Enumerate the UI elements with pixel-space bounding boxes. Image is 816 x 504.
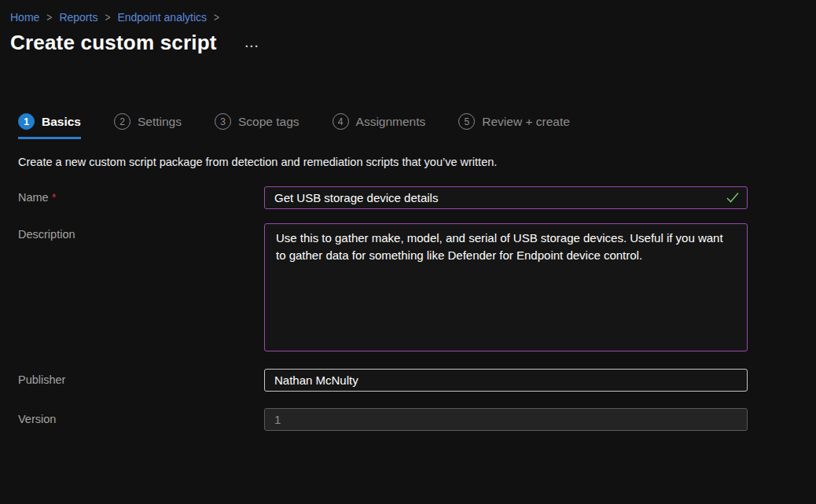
name-input-wrap xyxy=(264,186,748,209)
breadcrumb-separator: > xyxy=(214,10,219,24)
tab-assignments[interactable]: 4 Assignments xyxy=(333,113,426,139)
tab-label: Scope tags xyxy=(238,115,300,129)
tab-label: Basics xyxy=(42,115,81,129)
more-options-icon[interactable]: ... xyxy=(244,34,262,52)
wizard-steps: 1 Basics 2 Settings 3 Scope tags 4 Assig… xyxy=(18,113,816,139)
publisher-input[interactable] xyxy=(264,369,748,392)
name-row: Name* xyxy=(18,186,816,209)
name-label: Name* xyxy=(18,186,264,204)
tab-settings[interactable]: 2 Settings xyxy=(114,113,182,139)
breadcrumb-separator: > xyxy=(105,10,110,24)
intro-text: Create a new custom script package from … xyxy=(18,156,816,168)
tab-label: Settings xyxy=(138,115,182,129)
step-number-icon: 4 xyxy=(333,113,349,130)
version-input-wrap xyxy=(264,408,748,431)
tab-label: Review + create xyxy=(482,115,570,129)
title-row: Create custom script ... xyxy=(0,24,816,55)
name-label-text: Name xyxy=(18,191,49,204)
step-number-icon: 2 xyxy=(114,113,130,130)
name-input[interactable] xyxy=(264,186,748,209)
breadcrumb-home[interactable]: Home xyxy=(10,11,39,24)
page-title: Create custom script xyxy=(10,31,217,55)
page: Home > Reports > Endpoint analytics > Cr… xyxy=(0,0,816,431)
breadcrumb: Home > Reports > Endpoint analytics > xyxy=(0,0,816,24)
tab-label: Assignments xyxy=(356,115,426,129)
tab-review-create[interactable]: 5 Review + create xyxy=(458,113,570,139)
breadcrumb-separator: > xyxy=(46,10,52,24)
description-label: Description xyxy=(18,223,264,241)
publisher-input-wrap xyxy=(264,369,748,392)
step-number-icon: 3 xyxy=(215,113,231,130)
basics-form: Name* Description Use this to gather mak… xyxy=(0,186,816,431)
publisher-row: Publisher xyxy=(18,369,816,392)
tab-scope-tags[interactable]: 3 Scope tags xyxy=(215,113,300,139)
version-row: Version xyxy=(18,408,816,431)
version-label: Version xyxy=(18,408,264,425)
step-number-icon: 1 xyxy=(18,113,35,130)
breadcrumb-endpoint-analytics[interactable]: Endpoint analytics xyxy=(117,11,207,24)
description-row: Description Use this to gather make, mod… xyxy=(18,223,816,351)
tab-basics[interactable]: 1 Basics xyxy=(18,113,81,139)
breadcrumb-reports[interactable]: Reports xyxy=(59,11,97,24)
step-number-icon: 5 xyxy=(458,113,475,130)
version-input xyxy=(264,408,748,431)
required-marker: * xyxy=(52,191,57,204)
description-input[interactable]: Use this to gather make, model, and seri… xyxy=(264,223,748,351)
publisher-label: Publisher xyxy=(18,369,264,386)
